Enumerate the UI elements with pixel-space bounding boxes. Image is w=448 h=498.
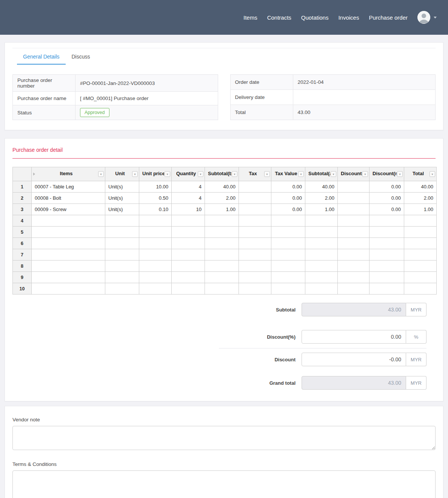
cell[interactable] [32, 227, 105, 238]
column-header-subtotal-afte[interactable]: Subtotal(afte▼ [305, 167, 338, 181]
cell[interactable] [172, 227, 205, 238]
nav-item-contracts[interactable]: Contracts [267, 14, 291, 21]
row-number[interactable]: 4 [13, 215, 32, 227]
cell[interactable] [139, 272, 172, 283]
cell[interactable] [404, 215, 437, 227]
cell[interactable] [172, 283, 205, 294]
cell[interactable] [205, 249, 239, 261]
cell[interactable]: 00009 - Screw [32, 204, 105, 215]
cell[interactable] [105, 272, 139, 283]
cell[interactable] [239, 181, 271, 193]
cell[interactable] [404, 261, 437, 272]
cell[interactable] [271, 238, 305, 249]
nav-item-items[interactable]: Items [243, 14, 257, 21]
filter-icon[interactable]: ▼ [331, 171, 336, 177]
cell[interactable] [338, 283, 369, 294]
cell[interactable] [338, 238, 369, 249]
cell[interactable] [139, 261, 172, 272]
cell[interactable]: 0.00 [271, 181, 305, 193]
row-number[interactable]: 1 [13, 181, 32, 193]
cell[interactable]: Unit(s) [105, 193, 139, 204]
filter-icon[interactable]: ▼ [232, 171, 237, 177]
cell[interactable] [305, 283, 338, 294]
filter-icon[interactable]: ▼ [397, 171, 403, 177]
filter-icon[interactable]: ▼ [430, 171, 435, 177]
cell[interactable] [338, 272, 369, 283]
cell[interactable] [305, 215, 338, 227]
cell[interactable] [32, 249, 105, 261]
cell[interactable] [205, 215, 239, 227]
cell[interactable] [32, 283, 105, 294]
cell[interactable] [271, 227, 305, 238]
column-header-items[interactable]: Items▼ [32, 167, 105, 181]
cell[interactable] [172, 261, 205, 272]
cell[interactable]: 1.00 [404, 204, 437, 215]
row-number[interactable]: 3 [13, 204, 32, 215]
cell[interactable] [139, 249, 172, 261]
cell[interactable] [305, 249, 338, 261]
filter-icon[interactable]: ▼ [98, 171, 104, 177]
cell[interactable] [369, 227, 404, 238]
cell[interactable]: 0.00 [369, 204, 404, 215]
cell[interactable] [205, 227, 239, 238]
discount-input[interactable] [302, 353, 406, 366]
filter-icon[interactable]: ▼ [132, 171, 138, 177]
nav-item-quotations[interactable]: Quotations [301, 14, 329, 21]
user-menu[interactable] [417, 11, 437, 24]
cell[interactable] [32, 238, 105, 249]
cell[interactable] [205, 272, 239, 283]
cell[interactable] [271, 215, 305, 227]
cell[interactable] [239, 215, 271, 227]
row-number[interactable]: 5 [13, 227, 32, 238]
cell[interactable] [105, 249, 139, 261]
cell[interactable] [369, 283, 404, 294]
cell[interactable] [404, 272, 437, 283]
cell[interactable] [305, 227, 338, 238]
cell[interactable] [105, 215, 139, 227]
cell[interactable] [139, 283, 172, 294]
column-header-unit[interactable]: Unit▼ [105, 167, 139, 181]
cell[interactable] [305, 272, 338, 283]
cell[interactable]: Unit(s) [105, 204, 139, 215]
cell[interactable]: 4 [172, 193, 205, 204]
cell[interactable]: 0.00 [271, 204, 305, 215]
cell[interactable] [205, 283, 239, 294]
cell[interactable] [172, 215, 205, 227]
cell[interactable] [105, 238, 139, 249]
cell[interactable] [338, 261, 369, 272]
discount-percent-input[interactable] [302, 330, 406, 344]
row-number[interactable]: 9 [13, 272, 32, 283]
cell[interactable] [32, 261, 105, 272]
column-header-discount-mon[interactable]: Discount(mon▼ [369, 167, 404, 181]
cell[interactable] [338, 181, 369, 193]
cell[interactable]: 0.50 [139, 193, 172, 204]
cell[interactable] [271, 261, 305, 272]
cell[interactable] [172, 272, 205, 283]
cell[interactable] [32, 215, 105, 227]
cell[interactable]: 0.00 [369, 193, 404, 204]
cell[interactable]: 2.00 [205, 193, 239, 204]
cell[interactable] [271, 283, 305, 294]
row-number[interactable]: 10 [13, 283, 32, 294]
cell[interactable] [139, 238, 172, 249]
row-number[interactable]: 2 [13, 193, 32, 204]
cell[interactable]: 1.00 [205, 204, 239, 215]
cell[interactable] [105, 227, 139, 238]
cell[interactable]: 10.00 [139, 181, 172, 193]
row-number[interactable]: 8 [13, 261, 32, 272]
cell[interactable]: 0.00 [271, 193, 305, 204]
cell[interactable] [239, 227, 271, 238]
column-header-subtotal-befo[interactable]: Subtotal(befo▼ [205, 167, 239, 181]
cell[interactable]: 40.00 [305, 181, 338, 193]
cell[interactable]: Unit(s) [105, 181, 139, 193]
tab-general-details[interactable]: General Details [17, 48, 66, 65]
cell[interactable] [239, 249, 271, 261]
cell[interactable] [105, 261, 139, 272]
cell[interactable] [338, 249, 369, 261]
cell[interactable] [369, 249, 404, 261]
cell[interactable] [404, 238, 437, 249]
cell[interactable] [369, 238, 404, 249]
filter-icon[interactable]: ▼ [298, 171, 304, 177]
cell[interactable] [32, 272, 105, 283]
cell[interactable] [369, 261, 404, 272]
